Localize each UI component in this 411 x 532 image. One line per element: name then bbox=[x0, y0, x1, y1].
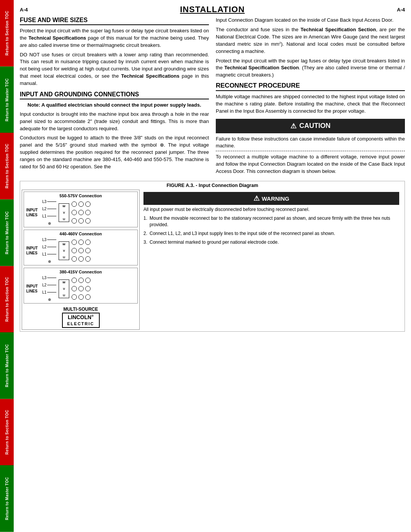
warning-item-1: 1. Mount the movable reconnect bar to th… bbox=[143, 215, 399, 228]
input-para2: Conductors must be lugged to attach to t… bbox=[20, 134, 209, 170]
caution-separator bbox=[216, 151, 405, 151]
conn-440-title: 440-460V Connection bbox=[26, 232, 135, 236]
diagram-column: 550-575V Connection INPUTLINES L3 L2 L1 … bbox=[22, 190, 140, 330]
sidebar-tab-master-toc-1[interactable]: Return to Master TOC bbox=[0, 67, 14, 133]
sidebar-tab-section-toc-2[interactable]: Return to Section TOC bbox=[0, 133, 14, 200]
circle bbox=[72, 210, 77, 215]
circle bbox=[72, 218, 77, 224]
lincoln-box: LINCOLN® ELECTRIC bbox=[62, 313, 100, 328]
circle-row2-380 bbox=[72, 286, 91, 291]
fuse-para2: DO NOT use fuses or circuit breakers wit… bbox=[20, 51, 209, 87]
page-num-right: A-4 bbox=[397, 7, 405, 13]
letter-W-550: W bbox=[62, 204, 65, 208]
circle-group-380 bbox=[72, 278, 91, 300]
warning-label: WARNING bbox=[262, 195, 290, 202]
conn-440-diagram: INPUTLINES L3 L2 L1 ⊕ W V U bbox=[26, 238, 135, 264]
input-grounding-heading: INPUT AND GROUNDING CONNECTIONS bbox=[20, 91, 209, 99]
warning-box: ⚠ WARNING bbox=[143, 192, 399, 205]
input-lines-380: INPUTLINES bbox=[26, 284, 40, 294]
circle-row2-440 bbox=[72, 248, 91, 253]
circle-row3-550 bbox=[72, 218, 91, 224]
circle bbox=[78, 218, 84, 224]
letter-W-380: W bbox=[62, 281, 65, 284]
right-para2: The conductor and fuse sizes in the Tech… bbox=[216, 26, 405, 55]
connection-440: 440-460V Connection INPUTLINES L3 L2 L1 … bbox=[24, 230, 138, 265]
circle bbox=[78, 210, 84, 215]
circle bbox=[85, 201, 91, 207]
circle bbox=[85, 278, 91, 283]
letter-U-440: U bbox=[63, 256, 65, 259]
registered-mark: ® bbox=[91, 315, 94, 318]
figure-section: FIGURE A.3. - Input Connection Diagram 5… bbox=[20, 181, 405, 332]
ground-380: ⊕ bbox=[42, 297, 56, 302]
circle bbox=[78, 240, 84, 245]
figure-content: 550-575V Connection INPUTLINES L3 L2 L1 … bbox=[22, 190, 403, 330]
line-L2-440: L2 bbox=[42, 245, 56, 249]
circle-row3-380 bbox=[72, 294, 91, 300]
letter-V-380: V bbox=[63, 287, 65, 291]
circle bbox=[85, 218, 91, 224]
warning-column: ⚠ WARNING All input power must be electr… bbox=[140, 190, 403, 330]
warning-icon: ⚠ bbox=[253, 194, 260, 203]
letter-U-550: U bbox=[63, 217, 65, 221]
caution-icon: ⚠ bbox=[290, 122, 296, 130]
warning-desc: All input power must be electrically dis… bbox=[143, 206, 399, 213]
circle bbox=[85, 240, 91, 245]
warning-item-2: 2. Connect L1, L2, and L3 input supply l… bbox=[143, 230, 399, 237]
footer-logo: MULTI-SOURCE LINCOLN® ELECTRIC bbox=[24, 307, 138, 328]
figure-title: FIGURE A.3. - Input Connection Diagram bbox=[22, 183, 403, 188]
input-lines-550: INPUTLINES bbox=[26, 208, 40, 217]
ground-440: ⊕ bbox=[42, 259, 56, 264]
line-L1-550: L1 bbox=[42, 214, 56, 218]
letter-V-440: V bbox=[63, 249, 65, 252]
circle bbox=[78, 278, 84, 283]
circle bbox=[72, 248, 77, 253]
line-L3-550: L3 bbox=[42, 200, 56, 204]
circle-group-440 bbox=[72, 240, 91, 262]
input-note: Note: A qualified electrician should con… bbox=[20, 102, 209, 109]
small-box-550: W V U bbox=[59, 203, 69, 222]
sidebar-tab-master-toc-3[interactable]: Return to Master TOC bbox=[0, 332, 14, 399]
sidebar-tab-section-toc-1[interactable]: Return to Section TOC bbox=[0, 0, 14, 67]
line-L3-380: L3 bbox=[42, 276, 56, 280]
circle-row1-550 bbox=[72, 201, 91, 207]
lincoln-label: LINCOLN bbox=[68, 314, 91, 320]
lines-block-380: L3 L2 L1 ⊕ bbox=[42, 276, 56, 302]
connection-380: 380-415V Connection INPUTLINES L3 L2 L1 … bbox=[24, 268, 138, 304]
input-lines-440: INPUTLINES bbox=[26, 246, 40, 256]
circle bbox=[78, 286, 84, 291]
circle-row3-440 bbox=[72, 256, 91, 262]
small-box-380: W V U bbox=[59, 280, 69, 298]
electric-label: ELECTRIC bbox=[67, 321, 94, 326]
sidebar-tab-section-toc-4[interactable]: Return to Section TOC bbox=[0, 399, 14, 466]
page-num-left: A-4 bbox=[20, 7, 28, 13]
reconnect-para2: To reconnect a multiple voltage machine … bbox=[216, 153, 405, 175]
circle bbox=[85, 286, 91, 291]
line-L2-380: L2 bbox=[42, 283, 56, 287]
circle bbox=[72, 278, 77, 283]
warning-item-3: 3. Connect terminal marked to ground per… bbox=[143, 239, 399, 246]
conn-380-diagram: INPUTLINES L3 L2 L1 ⊕ W V U bbox=[26, 276, 135, 302]
line-L3-440: L3 bbox=[42, 238, 56, 242]
sidebar-tab-master-toc-2[interactable]: Return to Master TOC bbox=[0, 200, 14, 266]
connection-550: 550-575V Connection INPUTLINES L3 L2 L1 … bbox=[24, 192, 138, 227]
reconnect-para1: Multiple voltage machines are shipped co… bbox=[216, 93, 405, 115]
circle bbox=[72, 256, 77, 262]
lines-block-550: L3 L2 L1 ⊕ bbox=[42, 200, 56, 225]
sidebar-tab-master-toc-4[interactable]: Return to Master TOC bbox=[0, 465, 14, 532]
right-para1: Input Connection Diagram located on the … bbox=[216, 17, 405, 24]
caution-label: CAUTION bbox=[299, 122, 331, 130]
circle bbox=[72, 294, 77, 300]
caution-box: ⚠ CAUTION bbox=[216, 119, 405, 133]
page-header: A-4 INSTALLATION A-4 bbox=[20, 5, 405, 14]
circle bbox=[72, 201, 77, 207]
multi-source-label: MULTI-SOURCE bbox=[24, 307, 138, 312]
warning-list: 1. Mount the movable reconnect bar to th… bbox=[143, 215, 399, 245]
conn-380-title: 380-415V Connection bbox=[26, 270, 135, 274]
sidebar-tab-section-toc-3[interactable]: Return to Section TOC bbox=[0, 266, 14, 333]
circle bbox=[72, 286, 77, 291]
reconnect-heading: RECONNECT PROCEDURE bbox=[216, 82, 405, 91]
right-para3: Protect the input circuit with the super… bbox=[216, 58, 405, 79]
right-column: Input Connection Diagram located on the … bbox=[216, 17, 405, 177]
circle-row2-550 bbox=[72, 210, 91, 215]
